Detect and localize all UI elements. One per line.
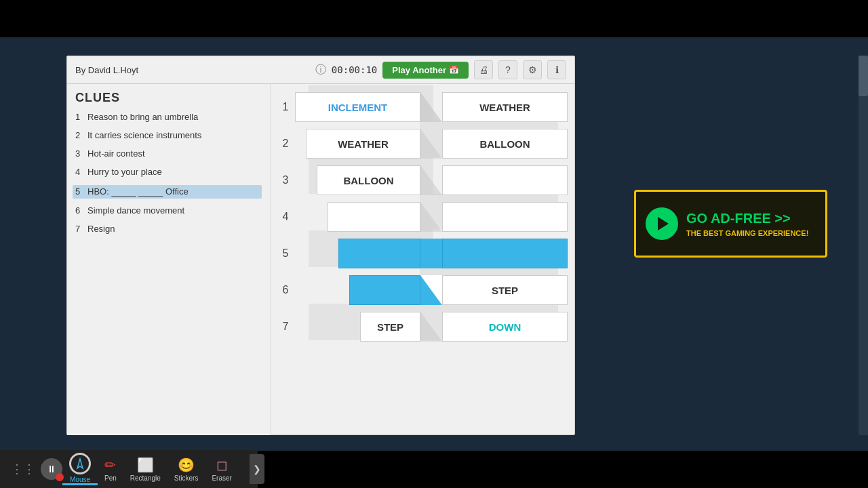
eraser-icon: ◻ <box>216 457 228 473</box>
stickers-label: Stickers <box>174 474 199 482</box>
print-button[interactable]: 🖨 <box>474 60 493 79</box>
timer-icon: ⓘ <box>315 63 326 77</box>
ad-play-icon <box>646 207 678 240</box>
cell-2-left[interactable]: WEATHER <box>306 129 420 159</box>
question-button[interactable]: ? <box>498 60 517 79</box>
cell-1-left[interactable]: INCLEMENT <box>295 92 420 122</box>
cell-3-left-text: BALLOON <box>343 175 393 186</box>
cell-1-right[interactable]: WEATHER <box>442 92 568 122</box>
svg-marker-4 <box>420 165 442 195</box>
info-icon: ℹ <box>555 64 559 75</box>
tool-rectangle[interactable]: ⬜ Rectangle <box>123 457 167 482</box>
scrollbar-thumb[interactable] <box>859 56 868 96</box>
svg-marker-3 <box>420 129 442 159</box>
cell-7-right-text: DOWN <box>489 321 521 333</box>
cell-2-left-text: WEATHER <box>338 138 389 150</box>
tool-stickers[interactable]: 😊 Stickers <box>167 457 205 482</box>
clue-item-6[interactable]: 6 Simple dance movement <box>75 205 262 217</box>
diagonal-step-5 <box>420 239 442 268</box>
scrollbar[interactable] <box>859 56 868 435</box>
info-button[interactable]: ℹ <box>547 60 566 79</box>
toolbar-collapse-button[interactable]: ❯ <box>250 454 264 484</box>
row-num-7: 7 <box>276 321 295 333</box>
cell-5-left[interactable] <box>338 239 420 268</box>
diagonal-step-1 <box>420 92 442 122</box>
cell-6-left[interactable] <box>349 275 420 305</box>
pause-button[interactable]: ⏸ <box>41 458 62 480</box>
diagonal-step-7 <box>420 312 442 342</box>
cell-3-left[interactable]: BALLOON <box>317 165 420 195</box>
clue-num-6: 6 <box>75 205 87 217</box>
timer-display: 00:00:10 <box>332 64 377 75</box>
play-another-label: Play Another <box>392 65 446 75</box>
record-dot <box>56 473 64 481</box>
cell-5-right[interactable] <box>442 239 568 268</box>
cell-7-right[interactable]: DOWN <box>442 312 568 342</box>
svg-marker-6 <box>420 239 442 268</box>
clue-text-3: Hot-air contest <box>87 148 262 160</box>
pen-label: Pen <box>104 474 117 482</box>
clue-item-3[interactable]: 3 Hot-air contest <box>75 148 262 160</box>
mouse-label: Mouse <box>70 476 90 483</box>
gear-button[interactable]: ⚙ <box>523 60 542 79</box>
clue-text-4: Hurry to your place <box>87 167 262 178</box>
diagonal-step-3 <box>420 165 442 195</box>
grid-row-2: 2 WEATHER BALLOON <box>276 126 569 161</box>
print-icon: 🖨 <box>479 64 488 75</box>
cell-6-right[interactable]: STEP <box>442 275 568 305</box>
svg-marker-9 <box>420 312 442 342</box>
grid-row-4: 4 <box>276 199 569 235</box>
grid-row-5: 5 <box>276 236 569 271</box>
pen-icon: ✏ <box>104 457 116 473</box>
chevron-right-icon: ❯ <box>253 464 261 474</box>
clues-sidebar: CLUES 1 Reason to bring an umbrella 2 It… <box>67 84 271 435</box>
svg-marker-2 <box>420 92 442 122</box>
clue-item-5[interactable]: 5 HBO: _____ _____ Office <box>73 185 262 199</box>
svg-marker-5 <box>420 202 442 232</box>
stickers-icon: 😊 <box>178 457 195 473</box>
cell-2-right-text: BALLOON <box>479 138 530 150</box>
clue-item-4[interactable]: 4 Hurry to your place <box>75 167 262 178</box>
grid-row-6: 6 STEP <box>276 272 569 308</box>
clues-title: CLUES <box>75 91 262 105</box>
cell-4-right[interactable] <box>442 202 568 232</box>
rectangle-label: Rectangle <box>130 474 161 482</box>
grid-dots-icon[interactable]: ⋮⋮ <box>5 462 41 476</box>
gear-icon: ⚙ <box>528 64 537 75</box>
cell-2-right[interactable]: BALLOON <box>442 129 568 159</box>
tool-pen[interactable]: ✏ Pen <box>98 457 123 482</box>
ad-sub-text: THE BEST GAMING EXPERIENCE! <box>686 229 808 237</box>
diagonal-step-4 <box>420 202 442 232</box>
diagonal-step-2 <box>420 129 442 159</box>
cell-7-left-text: STEP <box>377 321 403 333</box>
ad-panel[interactable]: GO AD-FREE >> THE BEST GAMING EXPERIENCE… <box>634 190 827 258</box>
row-num-4: 4 <box>276 211 295 223</box>
row-num-3: 3 <box>276 174 295 186</box>
cell-1-right-text: WEATHER <box>479 102 530 113</box>
clue-item-2[interactable]: 2 It carries science instruments <box>75 130 262 142</box>
content-area: CLUES 1 Reason to bring an umbrella 2 It… <box>67 84 574 435</box>
cell-4-left[interactable] <box>328 202 420 232</box>
ad-main-text: GO AD-FREE >> <box>686 210 808 226</box>
cell-6-right-text: STEP <box>492 285 518 296</box>
clue-num-7: 7 <box>75 224 87 235</box>
play-another-button[interactable]: Play Another 📅 <box>382 62 469 79</box>
clue-num-2: 2 <box>75 130 87 142</box>
tool-eraser[interactable]: ◻ Eraser <box>205 457 238 482</box>
author-label: By David L.Hoyt <box>75 65 138 75</box>
clue-item-7[interactable]: 7 Resign <box>75 224 262 235</box>
clue-text-2: It carries science instruments <box>87 130 262 142</box>
question-icon: ? <box>505 64 511 75</box>
clue-text-1: Reason to bring an umbrella <box>87 112 262 123</box>
cell-3-right[interactable] <box>442 165 568 195</box>
clue-text-7: Resign <box>87 224 262 235</box>
cell-7-left[interactable]: STEP <box>360 312 420 342</box>
diagonal-step-6 <box>420 275 442 305</box>
row-num-6: 6 <box>276 284 295 296</box>
mouse-icon <box>69 453 91 474</box>
game-panel: By David L.Hoyt ⓘ 00:00:10 Play Another … <box>66 56 575 435</box>
tool-mouse[interactable]: Mouse <box>62 453 98 485</box>
clue-item-1[interactable]: 1 Reason to bring an umbrella <box>75 112 262 123</box>
row-num-5: 5 <box>276 247 295 260</box>
clue-num-5: 5 <box>75 186 87 198</box>
